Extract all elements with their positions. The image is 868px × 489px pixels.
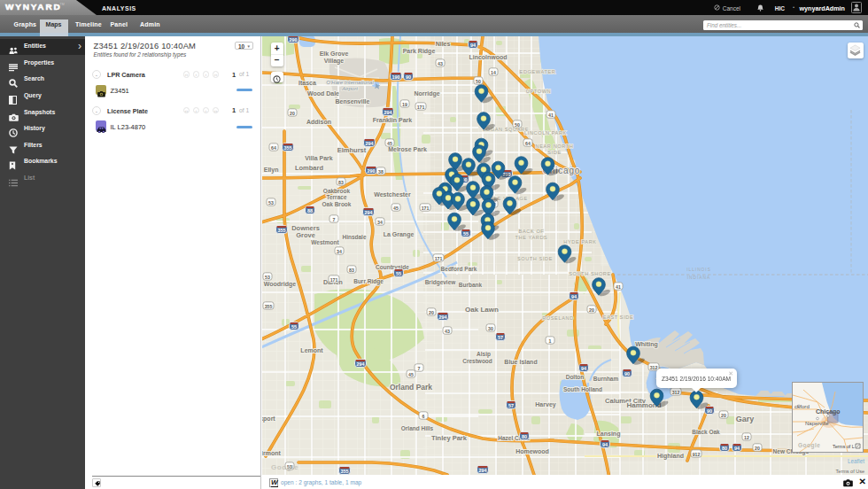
svg-text:20: 20: [290, 111, 295, 116]
svg-text:34: 34: [377, 220, 383, 225]
svg-text:90: 90: [406, 74, 411, 80]
svg-text:THE YARDS: THE YARDS: [515, 235, 548, 240]
svg-text:80: 80: [522, 434, 527, 439]
svg-text:45: 45: [393, 206, 399, 211]
svg-text:Lombard: Lombard: [295, 164, 324, 172]
svg-text:88: 88: [307, 208, 313, 213]
svg-text:290: 290: [368, 168, 376, 174]
svg-text:Villa Park: Villa Park: [305, 155, 333, 161]
svg-text:94: 94: [581, 366, 586, 371]
svg-text:Highland: Highland: [657, 453, 684, 460]
svg-text:190: 190: [392, 74, 400, 80]
svg-text:Chicago: Chicago: [816, 408, 841, 415]
svg-text:Harvey: Harvey: [535, 401, 555, 408]
svg-text:7: 7: [418, 366, 421, 371]
svg-text:HYDE PARK: HYDE PARK: [563, 239, 596, 244]
svg-text:294: 294: [384, 110, 392, 115]
svg-text:30: 30: [488, 326, 493, 331]
svg-text:Hinsdale: Hinsdale: [342, 234, 366, 240]
svg-text:Tinley Park: Tinley Park: [431, 434, 468, 442]
svg-text:355: 355: [284, 145, 292, 151]
svg-text:41: 41: [548, 113, 554, 118]
svg-text:912: 912: [693, 452, 701, 457]
svg-text:290: 290: [290, 37, 298, 43]
svg-text:83: 83: [338, 180, 344, 185]
svg-text:Homewood: Homewood: [515, 448, 549, 454]
svg-text:171: 171: [330, 277, 338, 283]
svg-text:ROSELAND: ROSELAND: [542, 315, 574, 321]
svg-text:294: 294: [366, 141, 374, 146]
svg-text:294: 294: [479, 468, 487, 473]
svg-text:Lansing: Lansing: [597, 431, 621, 438]
svg-text:Lemont: Lemont: [300, 347, 323, 353]
svg-text:53: 53: [268, 200, 274, 206]
svg-text:90: 90: [707, 408, 712, 414]
svg-text:43: 43: [445, 329, 450, 334]
svg-text:Google: Google: [271, 463, 298, 471]
svg-text:171: 171: [417, 105, 425, 110]
svg-text:Westchester: Westchester: [374, 191, 411, 198]
svg-text:Wood Dale: Wood Dale: [307, 90, 339, 97]
svg-text:94: 94: [734, 446, 740, 451]
svg-text:ILLINOIS: ILLINOIS: [686, 268, 711, 272]
svg-text:EDGEWATER: EDGEWATER: [520, 69, 556, 74]
svg-text:294: 294: [357, 361, 365, 367]
svg-text:Itasca: Itasca: [298, 80, 316, 86]
svg-text:Niles: Niles: [436, 41, 451, 47]
svg-text:12: 12: [744, 435, 749, 440]
svg-text:Airport: Airport: [341, 86, 358, 91]
svg-text:Burnham: Burnham: [593, 376, 619, 382]
svg-text:Bedford Park: Bedford Park: [441, 266, 477, 272]
svg-text:41: 41: [616, 284, 621, 290]
svg-text:83: 83: [349, 268, 354, 273]
svg-text:80: 80: [722, 446, 727, 451]
svg-text:55: 55: [396, 271, 401, 276]
svg-text:Oak Brook: Oak Brook: [322, 201, 352, 207]
svg-text:Orland Hills: Orland Hills: [401, 425, 434, 431]
svg-text:43: 43: [438, 61, 443, 66]
svg-text:90: 90: [624, 371, 630, 376]
svg-text:294: 294: [365, 210, 373, 215]
svg-text:Orland Park: Orland Park: [390, 383, 432, 392]
svg-text:ckport: ckport: [262, 415, 275, 423]
svg-text:355: 355: [278, 228, 286, 233]
svg-text:19: 19: [402, 102, 407, 107]
svg-text:6: 6: [422, 414, 425, 419]
svg-text:n Ellyn: n Ellyn: [262, 167, 278, 174]
svg-text:Terrace: Terrace: [326, 194, 346, 200]
svg-text:Google: Google: [798, 442, 820, 449]
svg-text:La Grange: La Grange: [384, 231, 415, 238]
svg-text:55: 55: [291, 324, 297, 330]
svg-text:50: 50: [515, 122, 520, 128]
svg-text:Melrose Park: Melrose Park: [388, 146, 427, 152]
svg-text:Blue Island: Blue Island: [504, 359, 537, 365]
svg-text:Naperville: Naperville: [805, 421, 829, 426]
svg-text:SOUTH SIDE: SOUTH SIDE: [517, 256, 553, 261]
svg-text:171: 171: [435, 256, 443, 261]
svg-text:Park Ridge: Park Ridge: [403, 48, 436, 55]
svg-text:94: 94: [602, 442, 608, 447]
svg-text:Elmhurst: Elmhurst: [337, 146, 367, 154]
svg-text:Village: Village: [324, 58, 345, 65]
svg-text:94: 94: [470, 43, 476, 48]
svg-text:Burbank: Burbank: [459, 282, 483, 288]
svg-text:50: 50: [476, 79, 481, 84]
svg-text:1: 1: [549, 338, 552, 344]
svg-text:airmont: airmont: [262, 450, 282, 456]
svg-text:Westmont: Westmont: [311, 239, 339, 245]
svg-text:Elk Grove: Elk Grove: [320, 50, 349, 57]
svg-text:45: 45: [408, 372, 414, 377]
svg-text:57: 57: [508, 403, 514, 408]
svg-text:Woodridge: Woodridge: [264, 281, 297, 288]
svg-text:14: 14: [491, 70, 496, 75]
svg-text:355: 355: [265, 304, 273, 309]
svg-text:Grove: Grove: [296, 231, 315, 239]
svg-text:53: 53: [265, 275, 270, 280]
svg-text:45: 45: [387, 141, 392, 146]
svg-text:38: 38: [378, 169, 384, 175]
svg-text:20: 20: [429, 310, 434, 315]
svg-text:O'Hare International: O'Hare International: [326, 80, 374, 85]
svg-text:LINCOLN PARK: LINCOLN PARK: [524, 130, 567, 136]
svg-text:Alsip: Alsip: [477, 351, 491, 358]
svg-text:Gary: Gary: [736, 415, 755, 423]
